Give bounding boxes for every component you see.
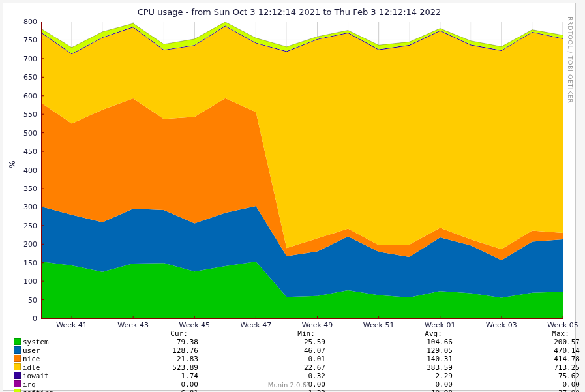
x-tick-label: Week 47: [241, 321, 272, 329]
y-tick-label: 500: [14, 128, 37, 137]
x-tick-label: Week 45: [179, 321, 210, 329]
x-tick-label: Week 01: [425, 321, 456, 329]
x-tick-label: Week 43: [117, 321, 149, 329]
y-ticks: 0501001502002503003504004505005506006507…: [14, 22, 37, 318]
y-tick-label: 450: [14, 147, 37, 156]
x-tick-label: Week 49: [302, 321, 333, 329]
y-tick-label: 100: [14, 277, 37, 286]
y-tick-label: 600: [14, 91, 37, 100]
x-tick-label: Week 03: [486, 321, 517, 329]
legend-row-nice: nice21.830.01140.31414.78: [14, 355, 568, 363]
y-axis-label: %: [8, 160, 17, 168]
y-tick-label: 350: [14, 184, 37, 192]
legend-row-user: user128.7646.07129.05470.14: [14, 346, 568, 355]
y-tick-label: 800: [14, 18, 37, 26]
y-tick-label: 650: [14, 73, 37, 82]
y-tick-label: 300: [14, 203, 37, 211]
legend-header: Cur: Min: Avg: Max:: [14, 329, 568, 338]
y-tick-label: 400: [14, 166, 37, 174]
x-tick-label: Week 51: [363, 321, 395, 329]
legend-row-softirq: softirq6.811.2310.9837.98: [14, 389, 568, 392]
y-tick-label: 150: [14, 258, 37, 267]
y-tick-label: 550: [14, 110, 37, 119]
legend-row-iowait: iowait1.740.322.2975.62: [14, 372, 568, 380]
footer-version: Munin 2.0.63: [3, 382, 575, 389]
y-tick-label: 200: [14, 240, 37, 249]
y-tick-label: 750: [14, 36, 37, 44]
y-tick-label: 700: [14, 54, 37, 63]
plot-area: [41, 22, 563, 318]
rrdtool-credit: RRDTOOL / TOBI OETIKER: [566, 16, 574, 316]
y-tick-label: 250: [14, 221, 37, 230]
x-tick-label: Week 41: [56, 321, 87, 329]
x-ticks: Week 41Week 43Week 45Week 47Week 49Week …: [41, 321, 563, 330]
chart-title: CPU usage - from Sun Oct 3 12:12:14 2021…: [3, 7, 575, 17]
x-tick-label: Week 05: [547, 321, 578, 329]
y-tick-label: 50: [14, 295, 37, 304]
chart-frame: CPU usage - from Sun Oct 3 12:12:14 2021…: [3, 3, 576, 391]
legend-row-system: system79.3825.59104.66200.57: [14, 338, 568, 346]
y-tick-label: 0: [14, 314, 37, 323]
legend-row-idle: idle523.8922.67383.59713.25: [14, 363, 568, 372]
